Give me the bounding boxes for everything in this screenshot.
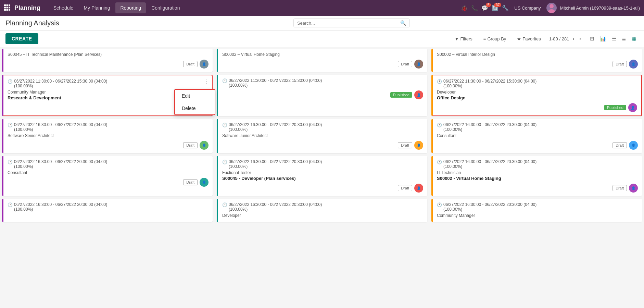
status-badge: Draft xyxy=(183,179,198,185)
avatar: 👤 xyxy=(414,141,423,150)
grid-view-button[interactable]: ▦ xyxy=(630,34,639,43)
kanban-card: 🕐 06/27/2022 16:30:00 - 06/27/2022 20:30… xyxy=(217,156,427,196)
clock-icon: 🕐 xyxy=(222,160,227,164)
chat-icon[interactable]: 💬 5 xyxy=(481,5,488,11)
create-button[interactable]: CREATE xyxy=(5,33,38,44)
nav-schedule[interactable]: Schedule xyxy=(49,2,78,13)
company-name: US Company xyxy=(514,5,541,11)
svg-rect-5 xyxy=(9,7,10,8)
tree-view-button[interactable]: ≣ xyxy=(620,34,628,43)
context-menu-edit[interactable]: Edit xyxy=(175,90,215,102)
card-footer: Published 👤 xyxy=(222,90,423,99)
avatar: 👤 xyxy=(629,141,638,150)
chart-view-button[interactable]: 📊 xyxy=(598,34,608,43)
avatar: 👤 xyxy=(628,103,637,112)
next-page-button[interactable]: › xyxy=(578,35,582,42)
svg-point-10 xyxy=(548,9,555,13)
kanban-view-button[interactable]: ⊞ xyxy=(588,34,596,43)
status-badge: Draft xyxy=(398,142,412,148)
card-project: S00045 - Developer (Plan services) xyxy=(222,176,423,181)
kanban-card: 🕐 06/27/2022 16:30:00 - 06/27/2022 20:30… xyxy=(217,119,427,153)
kanban-card: ⋮ 🕐 06/27/2022 11:30:00 - 06/27/2022 15:… xyxy=(2,75,213,116)
svg-rect-7 xyxy=(7,9,8,11)
updates-badge: 37 xyxy=(494,3,501,7)
kanban-card: S00045 – IT Technical Maintenance (Plan … xyxy=(2,49,213,72)
bug-icon[interactable]: 🐞 xyxy=(461,5,468,11)
card-role: Developer xyxy=(222,213,423,218)
avatar: 👤 xyxy=(200,60,209,69)
main-content: S00045 – IT Technical Maintenance (Plan … xyxy=(0,47,644,223)
card-time: 🕐 06/27/2022 16:30:00 - 06/27/2022 20:30… xyxy=(222,202,423,212)
context-menu: Edit Delete xyxy=(174,89,215,115)
list-view-button[interactable]: ☰ xyxy=(610,34,618,43)
nav-configuration[interactable]: Configuration xyxy=(147,2,185,13)
card-role: Consultant xyxy=(437,133,638,138)
card-footer: Published 👤 xyxy=(437,103,637,112)
card-project: S00002 - Virtual Home Staging xyxy=(437,176,638,181)
prev-page-button[interactable]: ‹ xyxy=(571,35,576,42)
favorites-button[interactable]: ★ Favorites xyxy=(514,35,543,43)
card-time: 🕐 06/27/2022 11:30:00 - 06/27/2022 15:30… xyxy=(8,79,208,88)
search-bar[interactable]: 🔍 xyxy=(293,19,410,27)
grid-icon[interactable] xyxy=(4,4,10,12)
star-icon: ★ xyxy=(517,36,521,41)
kanban-card: 🕐 06/27/2022 16:30:00 - 06/27/2022 20:30… xyxy=(217,199,427,222)
card-footer: Draft 👤 xyxy=(8,178,209,187)
card-time: 🕐 06/27/2022 16:30:00 - 06/27/2022 20:30… xyxy=(8,122,209,132)
avatar: 👤 xyxy=(629,60,638,69)
card-time: S00002 – Virtual Home Staging xyxy=(222,52,423,57)
kanban-card: 🕐 06/27/2022 11:30:00 - 06/27/2022 15:30… xyxy=(217,75,427,116)
card-subtitle: S00002 – Virtual Home Staging xyxy=(222,52,280,57)
updates-icon[interactable]: 🔄 37 xyxy=(492,5,498,11)
svg-rect-3 xyxy=(4,7,6,8)
card-footer: Draft 👤 xyxy=(437,60,638,69)
card-subtitle: S00045 – IT Technical Maintenance (Plan … xyxy=(8,52,102,57)
search-input[interactable] xyxy=(297,21,400,26)
settings-icon[interactable]: 🔧 xyxy=(502,5,509,11)
context-menu-delete[interactable]: Delete xyxy=(175,102,215,114)
avatar: 👤 xyxy=(200,178,209,187)
card-role: Consultant xyxy=(8,170,209,175)
clock-icon: 🕐 xyxy=(437,202,442,207)
search-icon: 🔍 xyxy=(400,20,406,26)
search-wrapper: 🔍 xyxy=(65,19,639,27)
kanban-card: 🕐 06/27/2022 16:30:00 - 06/27/2022 20:30… xyxy=(2,199,213,222)
clock-icon: 🕐 xyxy=(222,202,227,207)
card-role: Community Manager xyxy=(437,213,638,218)
avatar: 👤 xyxy=(629,184,638,193)
pagination: 1-80 / 281 ‹ › xyxy=(549,35,582,42)
status-badge: Draft xyxy=(398,185,412,191)
filter-icon: ▼ xyxy=(455,36,459,41)
card-time-text: 06/27/2022 16:30:00 - 06/27/2022 20:30:0… xyxy=(443,159,536,169)
card-footer: Draft 👤 xyxy=(8,60,209,69)
kanban-card: 🕐 06/27/2022 16:30:00 - 06/27/2022 20:30… xyxy=(431,199,642,222)
card-time: 🕐 06/27/2022 11:30:00 - 06/27/2022 15:30… xyxy=(437,79,637,88)
status-badge: Draft xyxy=(183,61,198,67)
card-time-text: 06/27/2022 16:30:00 - 06/27/2022 20:30:0… xyxy=(443,122,536,132)
clock-icon: 🕐 xyxy=(437,79,442,84)
filters-button[interactable]: ▼ Filters xyxy=(452,35,475,43)
header-row: Planning Analysis 🔍 xyxy=(0,16,644,30)
card-time: 🕐 06/27/2022 11:30:00 - 06/27/2022 15:30… xyxy=(222,78,423,88)
groupby-icon: ≡ xyxy=(483,36,486,41)
svg-rect-4 xyxy=(7,7,8,8)
status-badge: Draft xyxy=(398,61,412,67)
card-footer: Draft 👤 xyxy=(222,184,423,193)
group-by-button[interactable]: ≡ Group By xyxy=(481,35,509,43)
card-time-text: 06/27/2022 11:30:00 - 06/27/2022 15:30:0… xyxy=(443,79,536,88)
svg-rect-1 xyxy=(7,4,8,6)
card-footer: Draft 👤 xyxy=(8,141,209,150)
nav-my-planning[interactable]: My Planning xyxy=(79,2,115,13)
app-brand: Planning xyxy=(14,4,40,12)
svg-rect-0 xyxy=(4,4,6,6)
status-badge: Draft xyxy=(183,142,198,148)
card-footer: Draft 👤 xyxy=(437,141,638,150)
three-dot-menu[interactable]: ⋮ xyxy=(203,78,209,84)
clock-icon: 🕐 xyxy=(437,123,442,127)
card-time: 🕐 06/27/2022 16:30:00 - 06/27/2022 20:30… xyxy=(437,202,638,212)
card-time: 🕐 06/27/2022 16:30:00 - 06/27/2022 20:30… xyxy=(8,159,209,169)
clock-icon: 🕐 xyxy=(8,202,13,207)
nav-reporting[interactable]: Reporting xyxy=(115,2,146,13)
svg-rect-2 xyxy=(9,4,10,6)
phone-icon[interactable]: 📞 xyxy=(471,5,478,11)
